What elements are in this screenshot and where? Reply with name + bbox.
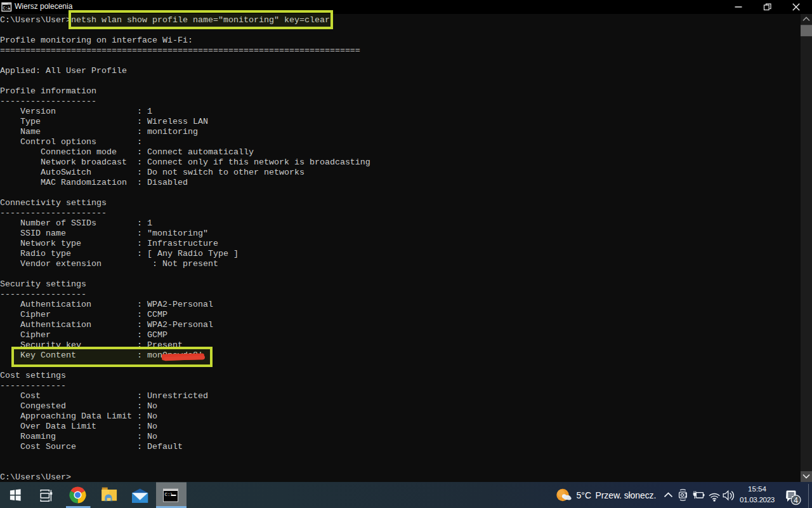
svg-text:C:\: C:\ xyxy=(3,6,11,11)
svg-text:C:\: C:\ xyxy=(165,492,174,497)
svg-text:5°C: 5°C xyxy=(577,490,592,500)
svg-text:15:54: 15:54 xyxy=(748,485,767,493)
svg-text:4: 4 xyxy=(794,496,798,505)
svg-text:01.03.2023: 01.03.2023 xyxy=(740,495,775,504)
svg-text:Przew. słonecz.: Przew. słonecz. xyxy=(596,490,657,500)
